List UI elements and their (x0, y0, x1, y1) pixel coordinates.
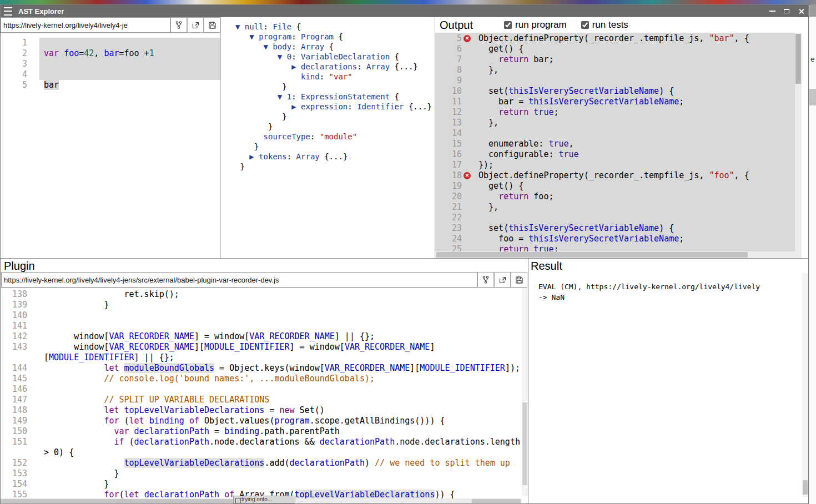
code-line[interactable]: 140 (1, 310, 528, 321)
plugin-hscroll-thumb[interactable] (1, 499, 234, 503)
plugin-open-external-button[interactable] (494, 272, 511, 288)
plugin-vertical-scrollbar[interactable] (522, 288, 528, 496)
code-line[interactable]: 11 bar = thisIsVererySecretVariableName; (435, 97, 802, 107)
code-line[interactable]: 3 (1, 59, 220, 69)
code-token: binding (149, 416, 184, 426)
ast-node-line[interactable]: ▼ body: Array { (235, 42, 435, 52)
code-line[interactable]: 21 }, (435, 202, 802, 213)
plugin-save-button[interactable] (511, 272, 527, 288)
source-save-button[interactable] (204, 17, 220, 33)
code-line[interactable]: 9 (435, 75, 802, 86)
code-line[interactable]: 154 } (1, 479, 528, 490)
ast-node-line[interactable]: ▼ null: File { (235, 22, 435, 32)
ast-node-line[interactable]: ▶ declarations: Array {...} (235, 62, 435, 72)
run-tests-checkbox[interactable] (581, 21, 589, 29)
ast-node-line[interactable]: ▶ expression: Identifier {...} (235, 102, 435, 112)
ast-node-line[interactable]: ▼ 1: ExpressionStatement { (235, 92, 435, 102)
code-line[interactable]: 145 // console.log('bound names:', ...mo… (1, 374, 528, 384)
code-line[interactable]: 10 set(thisIsVererySecretVariableName) { (435, 86, 802, 97)
ast-explorer-window: AST Explorer (0, 4, 809, 504)
ast-tree: ▼ null: File { ▼ program: Program { ▼ bo… (235, 22, 435, 172)
code-line[interactable]: 5bar (1, 80, 220, 90)
code-token: VAR_RECORDER_NAME (345, 342, 430, 352)
code-line[interactable]: 23 set(thisIsVererySecretVariableName) { (435, 223, 802, 234)
output-horizontal-scrollbar[interactable] (435, 251, 802, 258)
output-editor[interactable]: 5✕Object.defineProperty(_recorder_.tempf… (435, 33, 802, 258)
code-line[interactable]: 142 window[VAR_RECORDER_NAME] = window[V… (1, 331, 528, 342)
fork-icon (175, 21, 182, 29)
code-token: "foo" (709, 170, 734, 180)
window-titlebar[interactable]: AST Explorer (1, 5, 808, 17)
result-vertical-scrollbar[interactable] (802, 273, 808, 497)
code-line[interactable]: 152 topLevelVariableDeclarations.add(dec… (1, 458, 528, 468)
code-line[interactable]: 143 window[VAR_RECORDER_NAME][MODULE_IDE… (1, 342, 528, 352)
code-line[interactable]: 15 enumerable: true, (435, 139, 802, 149)
ast-node-line[interactable]: ▼ 0: VariableDeclaration { (235, 52, 435, 62)
source-editor[interactable]: 12var foo=42, bar=foo +1345bar (1, 33, 220, 258)
code-line[interactable]: 14 (435, 128, 802, 139)
code-line[interactable]: 16 configurable: true (435, 149, 802, 160)
code-line[interactable]: 1 (1, 38, 220, 48)
code-line[interactable]: 24 foo = thisIsVererySecretVariableName; (435, 234, 802, 244)
code-line[interactable]: 138 ret.skip(); (1, 289, 528, 300)
source-fork-button[interactable] (170, 17, 187, 33)
ast-node-line[interactable]: } (235, 162, 435, 172)
code-line[interactable]: 5✕Object.defineProperty(_recorder_.tempf… (435, 33, 802, 44)
code-line[interactable]: > 0) { (1, 447, 528, 458)
ast-node-line[interactable]: sourceType: "module" (235, 132, 435, 142)
code-token: = (209, 426, 224, 436)
code-line[interactable]: 139 } (1, 300, 528, 310)
maximize-button[interactable] (779, 6, 794, 17)
code-line[interactable]: 150 var declarationPath = binding.path.p… (1, 426, 528, 437)
source-open-external-button[interactable] (187, 17, 204, 33)
code-line[interactable]: 2var foo=42, bar=foo +1 (1, 48, 220, 59)
code-line[interactable]: 12 return true; (435, 107, 802, 118)
code-line[interactable]: 6 get() { (435, 44, 802, 54)
code-line[interactable]: 141 (1, 321, 528, 331)
code-line[interactable]: 149 for (let binding of Object.values(pr… (1, 416, 528, 426)
code-line[interactable]: 19 get() { (435, 181, 802, 191)
code-line[interactable]: 22 (435, 213, 802, 223)
error-icon[interactable]: ✕ (464, 172, 471, 179)
ast-node-line[interactable]: } (235, 112, 435, 122)
code-line[interactable]: 4 (1, 69, 220, 80)
line-number: 22 (435, 213, 462, 223)
ast-node-line[interactable]: ▶ tokens: Array {...} (235, 152, 435, 162)
code-line[interactable]: 151 if (declarationPath.node.declaration… (1, 437, 528, 447)
ast-node-line[interactable]: } (235, 122, 435, 132)
code-line[interactable]: 147 // SPLIT UP VARIABLE DECLARATIONS (1, 395, 528, 405)
close-button[interactable] (794, 6, 808, 17)
minimize-button[interactable] (765, 6, 779, 17)
error-icon[interactable]: ✕ (464, 35, 471, 42)
plugin-hscroll-thumb-right[interactable] (472, 499, 521, 503)
source-url-input[interactable] (1, 17, 170, 33)
ast-node-line[interactable]: kind: "var" (235, 72, 435, 82)
output-vscroll-thumb[interactable] (795, 34, 801, 84)
hamburger-menu-button[interactable] (1, 7, 15, 16)
code-text (39, 38, 220, 48)
plugin-vscroll-thumb[interactable] (522, 402, 527, 486)
code-line[interactable]: 18✕Object.defineProperty(_recorder_.temp… (435, 170, 802, 181)
plugin-editor[interactable]: 138 ret.skip();139 }140141142 window[VAR… (1, 288, 528, 503)
code-line[interactable]: 7 return bar; (435, 54, 802, 65)
plugin-url-input[interactable] (1, 272, 477, 288)
code-line[interactable]: 8 }, (435, 65, 802, 75)
output-hscroll-thumb[interactable] (436, 252, 748, 258)
code-line[interactable]: 144 let moduleBoundGlobals = Object.keys… (1, 363, 528, 374)
code-line[interactable]: 153 } (1, 468, 528, 479)
ast-tree-pane[interactable]: ▼ null: File { ▼ program: Program { ▼ bo… (221, 17, 435, 258)
result-vscroll-thumb[interactable] (803, 480, 808, 495)
ast-node-line[interactable]: } (235, 142, 435, 152)
code-line[interactable]: 148 let topLevelVariableDeclarations = n… (1, 405, 528, 416)
output-vertical-scrollbar[interactable] (795, 33, 802, 251)
code-token: } (44, 468, 119, 478)
code-line[interactable]: 146 (1, 384, 528, 395)
plugin-fork-button[interactable] (477, 272, 494, 288)
code-line[interactable]: 17}); (435, 160, 802, 170)
code-line[interactable]: 13 }, (435, 118, 802, 128)
code-line[interactable]: 20 return foo; (435, 191, 802, 202)
run-program-checkbox[interactable] (504, 21, 512, 29)
ast-node-line[interactable]: ▼ program: Program { (235, 32, 435, 42)
code-line[interactable]: [MODULE_IDENTIFIER] || {}; (1, 352, 528, 363)
ast-node-line[interactable]: } (235, 82, 435, 92)
